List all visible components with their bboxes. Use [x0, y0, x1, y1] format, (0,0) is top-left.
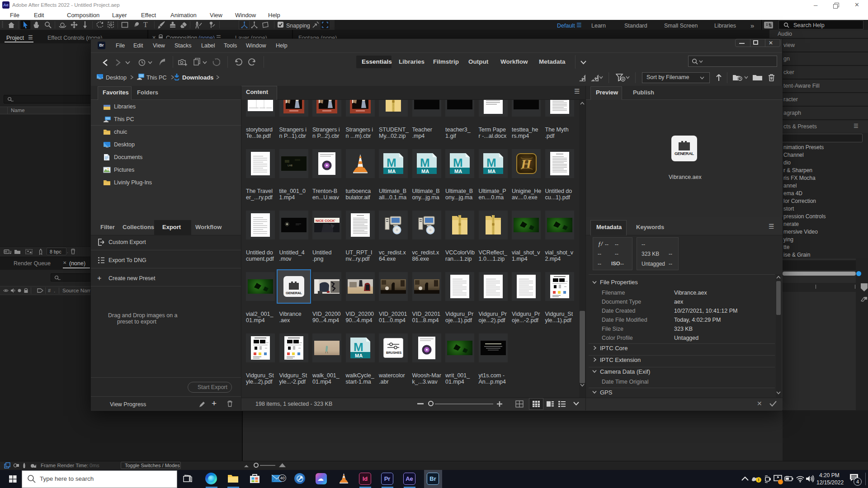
- svg-text:MA: MA: [488, 169, 495, 174]
- svg-text:M: M: [387, 156, 396, 169]
- svg-text:M: M: [453, 156, 463, 169]
- svg-text:MA: MA: [355, 353, 363, 358]
- svg-text:BRUSHES: BRUSHES: [386, 351, 402, 354]
- svg-text:GENERAL: GENERAL: [675, 151, 694, 156]
- svg-text:MA: MA: [454, 169, 462, 174]
- svg-text:NICE COCK': NICE COCK': [316, 219, 335, 223]
- svg-text:M: M: [354, 340, 363, 354]
- svg-text:LAB: LAB: [288, 164, 292, 167]
- svg-text:M: M: [486, 156, 496, 169]
- svg-text:MA: MA: [421, 169, 429, 174]
- svg-text:M: M: [420, 156, 430, 169]
- svg-text:GENERAL: GENERAL: [286, 291, 302, 295]
- svg-text:MA: MA: [388, 169, 396, 174]
